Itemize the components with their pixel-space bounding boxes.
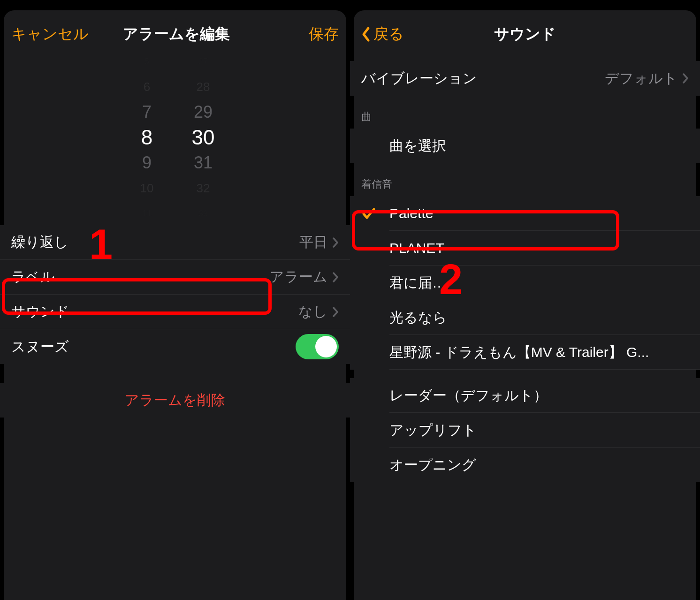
picker-minute-selected: 30 xyxy=(192,126,215,149)
ringtone-name: アップリフト xyxy=(389,413,689,448)
ringtone-row[interactable]: オープニング xyxy=(350,448,700,482)
vibration-label: バイブレーション xyxy=(361,69,477,88)
ringtone-row[interactable]: アップリフト xyxy=(350,413,700,448)
sound-label: サウンド xyxy=(11,302,69,321)
ringtone-name: 君に届… xyxy=(389,266,689,300)
chevron-right-icon xyxy=(332,306,339,318)
ringtone-row[interactable]: 星野源 - ドラえもん【MV & Trailer】 G... xyxy=(350,335,700,370)
snooze-row: スヌーズ xyxy=(0,329,350,364)
picker-minute-item: 27 xyxy=(198,55,208,73)
picker-hour-item: 11 xyxy=(142,202,152,220)
select-song-label: 曲を選択 xyxy=(389,137,446,156)
song-section-header: 曲 xyxy=(350,96,700,129)
alarm-edit-screen: キャンセル アラームを編集 保存 5 6 7 8 9 xyxy=(0,0,350,600)
back-button[interactable]: 戻る xyxy=(361,24,404,45)
checkmark-icon xyxy=(361,206,376,221)
page-title: アラームを編集 xyxy=(89,24,264,45)
ringtone-name: Palette xyxy=(389,196,689,231)
label-row[interactable]: ラベル アラーム xyxy=(0,260,350,295)
picker-hour-item: 9 xyxy=(142,152,152,174)
ringtone-name: PLANET xyxy=(389,231,689,266)
chevron-right-icon xyxy=(682,73,689,84)
vibration-row[interactable]: バイブレーション デフォルト xyxy=(350,61,700,96)
ringtone-name: オープニング xyxy=(389,448,689,482)
picker-minute-item: 32 xyxy=(197,177,210,199)
minute-picker[interactable]: 27 28 29 30 31 32 33 xyxy=(175,55,231,220)
snooze-toggle[interactable] xyxy=(296,334,339,359)
chevron-right-icon xyxy=(332,237,339,248)
cancel-button[interactable]: キャンセル xyxy=(11,24,89,45)
ringtone-name: レーダー（デフォルト） xyxy=(389,378,689,413)
chevron-right-icon xyxy=(332,272,339,283)
sound-value: なし xyxy=(298,302,327,321)
back-label: 戻る xyxy=(373,24,404,45)
save-button[interactable]: 保存 xyxy=(309,24,339,45)
picker-hour-item: 5 xyxy=(145,55,149,73)
picker-minute-item: 29 xyxy=(194,101,213,123)
label-value: アラーム xyxy=(270,267,327,287)
picker-hour-item: 7 xyxy=(142,101,152,123)
vibration-value: デフォルト xyxy=(605,69,677,88)
ringtone-section-header: 着信音 xyxy=(350,163,700,196)
ringtone-name: 星野源 - ドラえもん【MV & Trailer】 G... xyxy=(389,335,689,370)
time-picker[interactable]: 5 6 7 8 9 10 11 27 28 29 30 xyxy=(0,55,350,220)
repeat-value: 平日 xyxy=(299,233,327,252)
ringtone-row[interactable]: PLANET xyxy=(350,231,700,266)
sound-row[interactable]: サウンド なし xyxy=(0,295,350,329)
picker-minute-item: 28 xyxy=(197,76,210,98)
chevron-left-icon xyxy=(361,26,371,42)
ringtone-row[interactable]: 君に届… xyxy=(350,266,700,300)
ringtone-row[interactable]: Palette xyxy=(350,196,700,231)
picker-hour-item: 10 xyxy=(140,177,154,199)
sound-screen: 戻る サウンド バイブレーション デフォルト xyxy=(350,0,700,600)
navbar-edit: キャンセル アラームを編集 保存 xyxy=(0,13,350,55)
page-title: サウンド xyxy=(436,24,614,45)
ringtone-list: Palette PLANET 君に届… 光るなら xyxy=(350,196,700,482)
navbar-sound: 戻る サウンド xyxy=(350,13,700,55)
ringtone-name: 光るなら xyxy=(389,300,689,335)
ringtone-row[interactable]: 光るなら xyxy=(350,300,700,335)
picker-minute-item: 31 xyxy=(194,152,213,174)
snooze-label: スヌーズ xyxy=(11,337,69,357)
repeat-label: 繰り返し xyxy=(11,233,68,252)
picker-hour-item: 6 xyxy=(144,76,150,98)
select-song-row[interactable]: 曲を選択 xyxy=(350,129,700,163)
delete-alarm-button[interactable]: アラームを削除 xyxy=(0,383,350,418)
repeat-row[interactable]: 繰り返し 平日 xyxy=(0,225,350,260)
picker-minute-item: 33 xyxy=(198,202,208,220)
picker-hour-selected: 8 xyxy=(141,126,152,149)
hour-picker[interactable]: 5 6 7 8 9 10 11 xyxy=(119,55,175,220)
ringtone-row[interactable]: レーダー（デフォルト） xyxy=(350,378,700,413)
label-label: ラベル xyxy=(11,267,55,287)
